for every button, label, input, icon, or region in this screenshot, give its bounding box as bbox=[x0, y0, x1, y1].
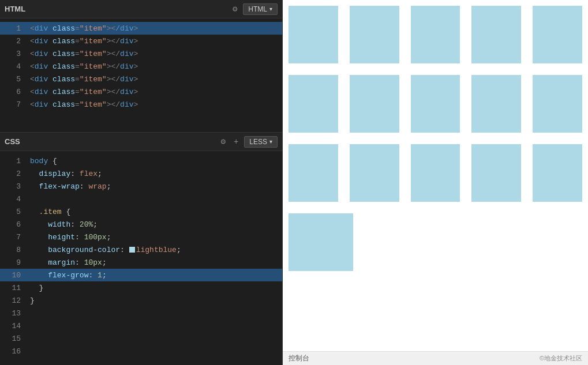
line-num-3: 3 bbox=[5, 50, 21, 58]
preview-area bbox=[283, 0, 588, 351]
css-line-5: 5 .item { bbox=[0, 205, 282, 218]
html-section: HTML ⚙ HTML 1 <div class="item"></div> 2… bbox=[0, 0, 282, 133]
css-line-12: 12 } bbox=[0, 294, 282, 307]
html-code-3: <div class="item"></div> bbox=[30, 50, 138, 58]
html-header-controls: ⚙ HTML bbox=[230, 3, 278, 15]
css-code-area[interactable]: 1 body { 2 display: flex; 3 flex-wrap: w… bbox=[0, 151, 282, 365]
css-format-dropdown[interactable]: LESS bbox=[244, 136, 278, 148]
html-code-1: <div class="item"></div> bbox=[30, 24, 138, 33]
css-line-7: 7 height: 100px; bbox=[0, 231, 282, 243]
preview-item bbox=[350, 144, 399, 202]
line-num-7: 7 bbox=[5, 100, 21, 109]
css-add-icon[interactable]: + bbox=[231, 136, 241, 148]
preview-item bbox=[411, 6, 460, 63]
html-format-dropdown[interactable]: HTML bbox=[243, 3, 278, 15]
css-line-9: 9 margin: 10px; bbox=[0, 256, 282, 269]
preview-item bbox=[350, 6, 399, 63]
html-section-title: HTML bbox=[5, 5, 25, 13]
html-code-5: <div class="item"></div> bbox=[30, 75, 138, 84]
html-line-6: 6 <div class="item"></div> bbox=[0, 85, 282, 98]
left-panel: HTML ⚙ HTML 1 <div class="item"></div> 2… bbox=[0, 0, 283, 365]
line-num-6: 6 bbox=[5, 88, 21, 96]
preview-footer: 控制台 ©地金技术社区 bbox=[283, 351, 588, 365]
html-code-7: <div class="item"></div> bbox=[30, 100, 138, 109]
footer-console-label: 控制台 bbox=[289, 353, 309, 363]
css-header-controls: ⚙ + LESS bbox=[218, 136, 278, 148]
preview-item bbox=[411, 144, 460, 202]
css-line-13: 13 bbox=[0, 307, 282, 319]
preview-item bbox=[289, 213, 353, 271]
line-num-1: 1 bbox=[5, 24, 21, 33]
css-section: CSS ⚙ + LESS 1 body { 2 display: flex; 3… bbox=[0, 133, 282, 365]
preview-item bbox=[289, 144, 338, 202]
css-section-header: CSS ⚙ + LESS bbox=[0, 133, 282, 151]
css-line-15: 15 bbox=[0, 332, 282, 345]
html-line-1: 1 <div class="item"></div> bbox=[0, 22, 282, 35]
line-num-2: 2 bbox=[5, 37, 21, 46]
html-line-5: 5 <div class="item"></div> bbox=[0, 73, 282, 85]
html-settings-icon[interactable]: ⚙ bbox=[230, 3, 239, 15]
preview-item bbox=[289, 75, 338, 133]
html-section-header: HTML ⚙ HTML bbox=[0, 0, 282, 18]
preview-item bbox=[471, 6, 521, 63]
preview-item bbox=[533, 75, 582, 133]
line-num-4: 4 bbox=[5, 62, 21, 71]
html-code-6: <div class="item"></div> bbox=[30, 88, 138, 96]
preview-item bbox=[533, 6, 582, 63]
preview-item bbox=[471, 75, 521, 133]
css-line-3: 3 flex-wrap: wrap; bbox=[0, 180, 282, 193]
preview-item bbox=[533, 144, 582, 202]
html-line-7: 7 <div class="item"></div> bbox=[0, 98, 282, 111]
html-line-3: 3 <div class="item"></div> bbox=[0, 47, 282, 60]
html-code-area[interactable]: 1 <div class="item"></div> 2 <div class=… bbox=[0, 18, 282, 132]
right-panel: 控制台 ©地金技术社区 bbox=[283, 0, 588, 365]
css-settings-icon[interactable]: ⚙ bbox=[218, 136, 227, 148]
html-line-4: 4 <div class="item"></div> bbox=[0, 60, 282, 73]
footer-copyright: ©地金技术社区 bbox=[540, 354, 582, 363]
css-line-11: 11 } bbox=[0, 281, 282, 294]
html-code-2: <div class="item"></div> bbox=[30, 37, 138, 46]
html-code-4: <div class="item"></div> bbox=[30, 62, 138, 71]
css-line-14: 14 bbox=[0, 319, 282, 332]
css-line-6: 6 width: 20%; bbox=[0, 218, 282, 231]
preview-item bbox=[289, 6, 338, 63]
css-line-10: 10 flex-grow: 1; bbox=[0, 269, 282, 281]
css-line-1: 1 body { bbox=[0, 155, 282, 167]
preview-item bbox=[411, 75, 460, 133]
preview-item bbox=[471, 144, 521, 202]
preview-item bbox=[350, 75, 399, 133]
css-line-8: 8 background-color: lightblue; bbox=[0, 243, 282, 256]
html-line-2: 2 <div class="item"></div> bbox=[0, 35, 282, 47]
css-line-16: 16 bbox=[0, 345, 282, 358]
css-line-2: 2 display: flex; bbox=[0, 167, 282, 180]
css-section-title: CSS bbox=[5, 137, 20, 146]
line-num-5: 5 bbox=[5, 75, 21, 84]
css-line-4: 4 bbox=[0, 193, 282, 205]
